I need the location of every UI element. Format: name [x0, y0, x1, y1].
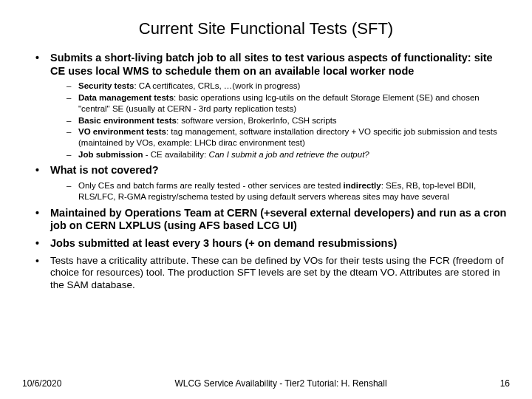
slide-title: Current Site Functional Tests (SFT) [22, 19, 510, 38]
footer: 10/6/2020 WLCG Service Availability - Ti… [22, 378, 510, 389]
bullet-5-text: Tests have a criticality attribute. Thes… [50, 255, 504, 290]
footer-center: WLCG Service Availability - Tier2 Tutori… [96, 378, 466, 389]
bullet-3-text: Maintained by Operations Team at CERN (+… [50, 207, 506, 232]
slide: Current Site Functional Tests (SFT) Subm… [0, 0, 532, 399]
bullet-1: Submits a short-living batch job to all … [35, 52, 510, 160]
sub-1-5: Job submission - CE availability: Can I … [66, 149, 510, 160]
sub-1-5-r1: - CE availability: [143, 150, 209, 159]
sub-2-1-a: Only CEs and batch farms are really test… [78, 181, 344, 190]
sub-1-5-bold: Job submission [78, 150, 143, 159]
footer-page: 16 [466, 378, 510, 389]
sub-1-2: Data management tests: basic operations … [66, 92, 510, 114]
sub-2-1-b: indirectly [344, 181, 381, 190]
sub-1-1-bold: Security tests [78, 81, 134, 90]
bullet-2-text: What is not covered? [50, 164, 159, 176]
sub-1-2-bold: Data management tests [78, 93, 174, 102]
bullet-5: Tests have a criticality attribute. Thes… [35, 255, 510, 291]
bullet-list: Submits a short-living batch job to all … [22, 52, 510, 291]
footer-date: 10/6/2020 [22, 378, 96, 389]
sub-1-3-rest: : software version, BrokerInfo, CSH scri… [177, 116, 337, 125]
bullet-4-text: Jobs submitted at least every 3 hours (+… [50, 237, 397, 249]
bullet-1-text: Submits a short-living batch job to all … [50, 52, 493, 77]
bullet-1-sublist: Security tests: CA certificates, CRLs, …… [50, 81, 510, 160]
sub-1-3-bold: Basic environment tests [78, 116, 177, 125]
sub-1-4-bold: VO environment tests [78, 127, 166, 136]
sub-1-3: Basic environment tests: software versio… [66, 115, 510, 126]
bullet-2: What is not covered? Only CEs and batch … [35, 164, 510, 202]
sub-2-1: Only CEs and batch farms are really test… [66, 180, 510, 202]
bullet-3: Maintained by Operations Team at CERN (+… [35, 207, 510, 233]
sub-1-1-rest: : CA certificates, CRLs, …(work in progr… [134, 81, 300, 90]
sub-1-4: VO environment tests: tag management, so… [66, 126, 510, 148]
sub-1-1: Security tests: CA certificates, CRLs, …… [66, 81, 510, 92]
bullet-4: Jobs submitted at least every 3 hours (+… [35, 237, 510, 250]
sub-1-5-italic: Can I submit a job and retrieve the outp… [208, 150, 369, 159]
bullet-2-sublist: Only CEs and batch farms are really test… [50, 180, 510, 202]
